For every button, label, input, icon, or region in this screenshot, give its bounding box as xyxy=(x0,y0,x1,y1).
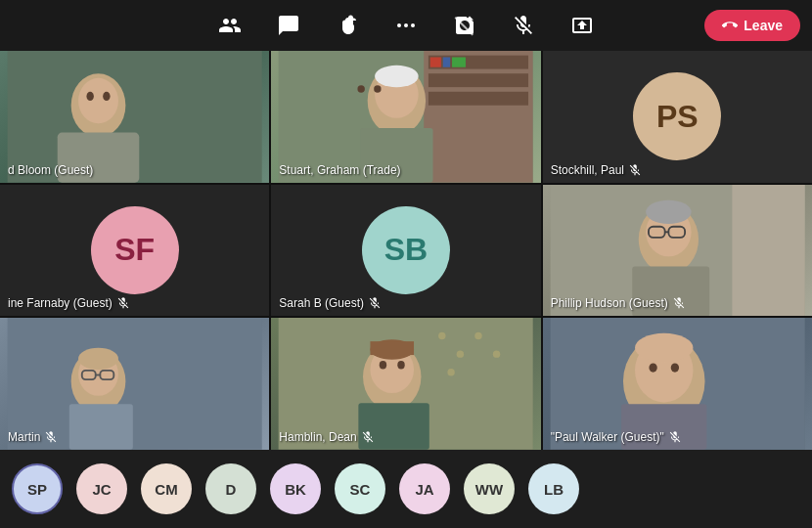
svg-rect-10 xyxy=(425,51,533,183)
svg-point-31 xyxy=(646,199,691,223)
sarahb-avatar: SB xyxy=(362,206,450,294)
more-options-icon[interactable] xyxy=(388,8,424,43)
svg-point-42 xyxy=(438,332,445,339)
svg-point-52 xyxy=(380,361,386,369)
svg-point-0 xyxy=(397,23,401,27)
svg-point-2 xyxy=(411,23,415,27)
bottom-avatar-sc[interactable]: SC xyxy=(335,463,385,514)
bloom-label: d Bloom (Guest) xyxy=(8,163,93,177)
video-cell-graham: Stuart, Graham (Trade) xyxy=(271,51,540,183)
phillip-label: Phillip Hudson (Guest) xyxy=(551,296,686,310)
farnaby-mic-icon xyxy=(116,296,130,310)
people-icon[interactable] xyxy=(212,8,248,43)
svg-point-38 xyxy=(78,348,118,370)
svg-point-20 xyxy=(375,66,419,87)
svg-rect-14 xyxy=(430,58,441,67)
svg-rect-15 xyxy=(443,58,450,67)
svg-point-6 xyxy=(78,78,118,123)
bottom-avatar-bk[interactable]: BK xyxy=(270,463,321,514)
farnaby-avatar: SF xyxy=(91,206,179,294)
svg-point-46 xyxy=(448,369,455,375)
stockhill-label: Stockhill, Paul xyxy=(551,163,642,177)
camera-off-icon[interactable] xyxy=(447,8,482,43)
phone-icon xyxy=(722,18,738,33)
svg-point-8 xyxy=(103,92,110,101)
bottom-avatar-lb[interactable]: LB xyxy=(528,463,579,514)
bottom-avatar-cm[interactable]: CM xyxy=(141,463,192,514)
bottom-avatar-ja[interactable]: JA xyxy=(399,463,450,514)
mic-off-icon[interactable] xyxy=(506,8,541,43)
paulwalker-mic-icon xyxy=(668,430,682,444)
participants-bar: SPJCCMDBKSCJAWWLB xyxy=(0,450,812,528)
bottom-avatar-ww[interactable]: WW xyxy=(464,463,515,514)
leave-label: Leave xyxy=(744,18,783,33)
svg-point-60 xyxy=(649,364,656,373)
stockhill-avatar: PS xyxy=(633,72,721,160)
svg-rect-24 xyxy=(732,185,804,317)
video-cell-phillip: Phillip Hudson (Guest) xyxy=(543,185,812,317)
martin-mic-icon xyxy=(44,430,58,444)
svg-point-58 xyxy=(635,333,693,363)
video-cell-hamblin: Hamblin, Dean xyxy=(271,318,540,450)
svg-point-44 xyxy=(475,332,482,339)
video-grid: d Bloom (Guest) xyxy=(0,51,812,450)
hamblin-label: Hamblin, Dean xyxy=(279,430,374,444)
svg-point-61 xyxy=(670,364,678,373)
svg-rect-13 xyxy=(429,92,528,106)
bottom-avatar-jc[interactable]: JC xyxy=(76,463,127,514)
bottom-avatar-sp[interactable]: SP xyxy=(12,463,63,514)
farnaby-label: ine Farnaby (Guest) xyxy=(8,296,130,310)
martin-label: Martin xyxy=(8,430,58,444)
leave-button[interactable]: Leave xyxy=(704,10,800,41)
svg-rect-12 xyxy=(429,73,528,87)
svg-point-53 xyxy=(398,361,405,369)
sarahb-mic-icon xyxy=(368,296,382,310)
svg-point-21 xyxy=(358,85,365,92)
video-cell-martin: Martin xyxy=(0,318,269,450)
sarahb-label: Sarah B (Guest) xyxy=(279,296,382,310)
bottom-avatar-d[interactable]: D xyxy=(205,463,256,514)
chat-icon[interactable] xyxy=(271,8,306,43)
svg-point-43 xyxy=(457,351,464,358)
toolbar: Leave xyxy=(0,0,812,51)
hamblin-mic-icon xyxy=(361,430,375,444)
video-cell-sarahb: SB Sarah B (Guest) xyxy=(271,185,540,317)
video-cell-farnaby: SF ine Farnaby (Guest) xyxy=(0,185,269,317)
raise-hand-icon[interactable] xyxy=(330,8,365,43)
share-screen-icon[interactable] xyxy=(564,8,600,43)
phillip-mic-icon xyxy=(672,296,686,310)
svg-rect-39 xyxy=(69,405,133,450)
svg-rect-16 xyxy=(452,58,466,67)
svg-point-45 xyxy=(493,351,500,358)
graham-label: Stuart, Graham (Trade) xyxy=(279,163,400,177)
video-cell-paulwalker: "Paul Walker (Guest)" xyxy=(543,318,812,450)
mic-muted-icon xyxy=(628,163,642,177)
svg-point-22 xyxy=(374,85,381,92)
video-cell-stockhill: PS Stockhill, Paul xyxy=(543,51,812,183)
paulwalker-label: "Paul Walker (Guest)" xyxy=(551,430,682,444)
svg-point-7 xyxy=(86,92,93,101)
svg-point-1 xyxy=(404,23,408,27)
svg-rect-51 xyxy=(371,341,415,355)
video-cell-bloom: d Bloom (Guest) xyxy=(0,51,269,183)
